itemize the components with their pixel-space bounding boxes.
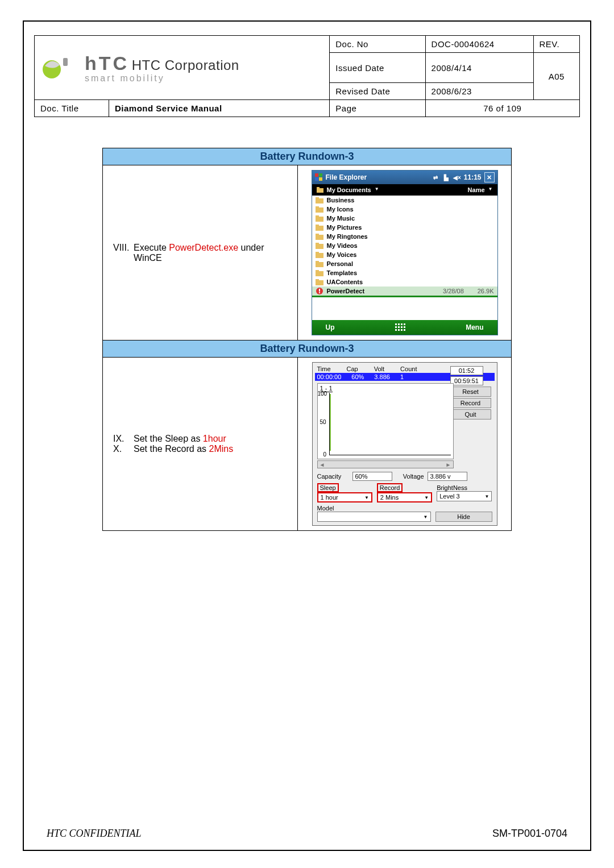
page-value: 76 of 109 [425, 100, 579, 117]
list-item[interactable]: My Icons [312, 205, 497, 214]
rev-label: REV. [533, 36, 579, 53]
svg-rect-41 [398, 329, 400, 331]
content-table: Battery Rundown-3 VIII.Execute PowerDete… [102, 148, 512, 531]
svg-rect-34 [401, 323, 403, 325]
list-item-selected[interactable]: PowerDetect3/28/0826.9K [312, 286, 497, 296]
revised-date-value: 2008/6/23 [425, 83, 533, 100]
record-dropdown[interactable]: 2 Mins▼ [377, 492, 432, 502]
svg-rect-29 [319, 289, 320, 292]
revised-date-label: Revised Date [330, 83, 425, 100]
doc-no-label: Doc. No [330, 36, 425, 53]
tagline: smart mobility [85, 73, 239, 84]
svg-rect-7 [317, 187, 320, 189]
doc-title-value: Diamond Service Manual [109, 100, 330, 117]
htc-logo-icon [40, 53, 80, 82]
screenshot-cell-2: Time Cap Volt Count 00:00:00 60% 3.886 1 [298, 358, 512, 531]
document-header-table: hTC HTC Corporation smart mobility Doc. … [34, 35, 580, 117]
power-detect-chart: 1 - 1 100 50 0 [317, 383, 454, 459]
list-item[interactable]: UAContents [312, 277, 497, 286]
list-item[interactable]: Business [312, 196, 497, 205]
svg-rect-27 [316, 279, 319, 281]
svg-rect-42 [401, 329, 403, 331]
document-code: SM-TP001-0704 [492, 828, 567, 840]
svg-rect-1 [63, 58, 68, 66]
issued-date-value: 2008/4/14 [425, 53, 533, 83]
page-label: Page [330, 100, 425, 117]
svg-rect-25 [316, 270, 319, 272]
windows-flag-icon [315, 173, 323, 181]
screenshot-cell-1: File Explorer ⇄ ▙ ◀× 11:15 ✕ My Document… [298, 165, 512, 340]
antenna-icon[interactable]: ▙ [442, 173, 450, 181]
svg-rect-8 [316, 198, 323, 203]
instruction-cell-1: VIII.Execute PowerDetect.exe under WinCE [103, 165, 298, 340]
page-footer: HTC CONFIDENTIAL SM-TP001-0704 [47, 828, 567, 840]
svg-rect-2 [315, 173, 318, 177]
logo-cell: hTC HTC Corporation smart mobility [35, 36, 330, 100]
svg-rect-10 [316, 207, 323, 213]
issued-date-label: Issued Date [330, 53, 425, 83]
svg-rect-26 [316, 280, 323, 285]
sleep-dropdown[interactable]: 1 hour▼ [317, 492, 372, 502]
confidential-note: HTC CONFIDENTIAL [47, 828, 142, 840]
close-icon[interactable]: ✕ [484, 172, 495, 182]
file-list: BusinessMy IconsMy MusicMy PicturesMy Ri… [312, 196, 497, 296]
up-button[interactable]: Up [326, 323, 335, 331]
folder-icon [317, 186, 323, 193]
menu-button[interactable]: Menu [466, 323, 483, 331]
list-item[interactable]: My Music [312, 214, 497, 223]
svg-rect-15 [316, 225, 319, 226]
svg-rect-30 [319, 292, 320, 293]
svg-rect-19 [316, 243, 319, 244]
svg-rect-32 [395, 323, 397, 325]
capacity-field: 60% [352, 472, 392, 481]
svg-rect-18 [316, 244, 323, 249]
file-explorer-window: File Explorer ⇄ ▙ ◀× 11:15 ✕ My Document… [312, 170, 498, 335]
section-header-2: Battery Rundown-3 [103, 340, 512, 358]
clock-1: 01:52 [450, 366, 483, 375]
svg-rect-40 [395, 329, 397, 331]
svg-rect-16 [316, 235, 323, 240]
doc-title-label: Doc. Title [35, 100, 109, 117]
svg-rect-24 [316, 271, 323, 276]
svg-rect-36 [395, 326, 397, 328]
chart-scrollbar[interactable]: ◄► [317, 460, 454, 468]
svg-rect-20 [316, 253, 323, 258]
svg-rect-14 [316, 226, 323, 231]
voltage-field: 3.886 v [428, 472, 467, 481]
svg-rect-37 [398, 326, 400, 328]
model-dropdown[interactable]: ▼ [317, 512, 431, 522]
svg-rect-13 [316, 215, 319, 217]
power-detect-window: Time Cap Volt Count 00:00:00 60% 3.886 1 [312, 362, 497, 526]
svg-rect-4 [315, 177, 318, 181]
svg-rect-21 [316, 252, 319, 254]
brightness-dropdown[interactable]: Level 3▼ [437, 491, 492, 501]
doc-no-value: DOC-00040624 [425, 36, 533, 53]
sync-icon[interactable]: ⇄ [432, 173, 439, 181]
svg-rect-22 [316, 262, 323, 267]
svg-rect-17 [316, 234, 319, 235]
file-explorer-titlebar: File Explorer ⇄ ▙ ◀× 11:15 ✕ [312, 171, 497, 184]
svg-rect-38 [401, 326, 403, 328]
instruction-cell-2: IX.Set the Sleep as 1hour X.Set the Reco… [103, 358, 298, 531]
svg-rect-9 [316, 197, 319, 199]
svg-rect-12 [316, 217, 323, 222]
list-item[interactable]: Personal [312, 259, 497, 268]
svg-rect-33 [398, 323, 400, 325]
section-header-1: Battery Rundown-3 [103, 148, 512, 165]
file-explorer-path-bar: My Documents▼ Name▼ [312, 184, 497, 196]
svg-rect-23 [316, 261, 319, 263]
svg-rect-11 [316, 206, 319, 208]
svg-rect-6 [317, 188, 323, 193]
list-item[interactable]: My Videos [312, 241, 497, 250]
svg-rect-3 [319, 173, 322, 177]
keyboard-icon[interactable] [395, 323, 405, 331]
file-explorer-toolbar: Up Menu [312, 320, 497, 335]
list-item[interactable]: My Pictures [312, 223, 497, 232]
volume-icon[interactable]: ◀× [453, 173, 461, 181]
hide-button[interactable]: Hide [435, 512, 492, 522]
rev-value: A05 [533, 53, 579, 100]
list-item[interactable]: Templates [312, 268, 497, 277]
list-item[interactable]: My Ringtones [312, 232, 497, 241]
list-item[interactable]: My Voices [312, 250, 497, 259]
company-name: HTC Corporation [132, 57, 239, 73]
